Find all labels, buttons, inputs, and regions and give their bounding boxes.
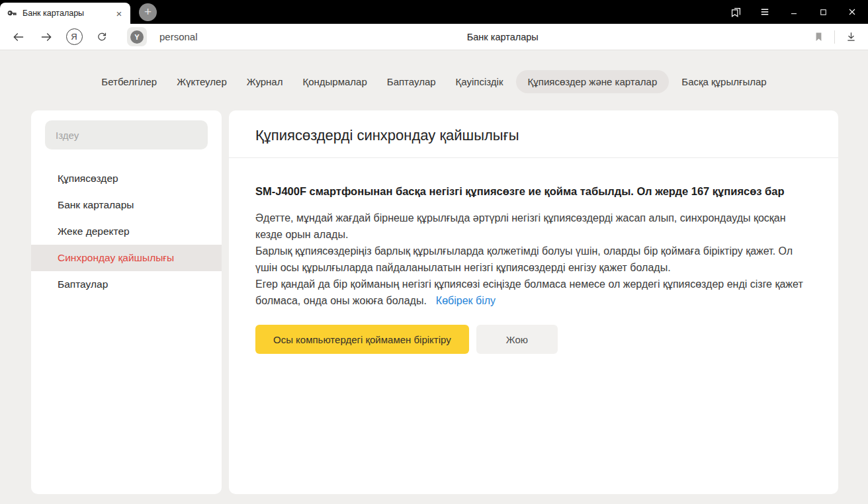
sidebar-list: Құпиясөздер Банк карталары Жеке деректер… xyxy=(31,165,222,298)
bookmark-flag-icon[interactable] xyxy=(808,26,829,48)
new-tab-button[interactable]: + xyxy=(139,3,157,21)
nav-item-downloads[interactable]: Жүктеулер xyxy=(169,70,234,93)
tab-bar: Банк карталары × + xyxy=(0,0,868,24)
action-buttons: Осы компьютердегі қоймамен біріктіру Жою xyxy=(255,325,812,354)
key-favicon-icon xyxy=(7,8,17,19)
settings-nav: Бетбелгілер Жүктеулер Журнал Қондырмалар… xyxy=(0,50,868,93)
toolbar: Я Y personal Банк карталары xyxy=(0,24,868,50)
profile-badge-icon[interactable]: Y xyxy=(127,27,147,46)
yandex-letter: Я xyxy=(66,28,83,45)
sidebar-item-passwords[interactable]: Құпиясөздер xyxy=(31,165,222,192)
conflict-paragraph: Егер қандай да бір қойманың негізгі құпи… xyxy=(255,276,812,309)
back-icon[interactable] xyxy=(8,26,29,48)
close-icon[interactable] xyxy=(838,0,867,24)
nav-item-settings[interactable]: Баптаулар xyxy=(380,70,443,93)
conflict-paragraph: Әдетте, мұндай жағдай бірнеше құрылғыда … xyxy=(255,210,812,243)
tab-title: Банк карталары xyxy=(22,9,113,18)
delete-button[interactable]: Жою xyxy=(476,325,558,354)
merge-storage-button[interactable]: Осы компьютердегі қоймамен біріктіру xyxy=(255,325,469,354)
nav-item-passwords-and-cards[interactable]: Құпиясөздер және карталар xyxy=(516,70,670,93)
tab-panels-icon[interactable] xyxy=(721,0,750,24)
main-panel: Құпиясөздерді синхрондау қайшылығы SM-J4… xyxy=(229,110,838,494)
window-bottom-edge xyxy=(0,494,868,498)
download-icon[interactable] xyxy=(840,26,861,48)
nav-item-extensions[interactable]: Қондырмалар xyxy=(295,70,374,93)
browser-tab[interactable]: Банк карталары × xyxy=(0,3,130,24)
tab-close-icon[interactable]: × xyxy=(113,7,125,19)
sidebar: Құпиясөздер Банк карталары Жеке деректер… xyxy=(31,110,222,494)
refresh-icon[interactable] xyxy=(91,26,112,48)
nav-item-security[interactable]: Қауіпсіздік xyxy=(449,70,511,93)
url-text[interactable]: personal xyxy=(159,31,198,42)
forward-icon[interactable] xyxy=(36,26,57,48)
conflict-title: SM-J400F смартфонынан басқа негізгі құпи… xyxy=(255,183,812,200)
sidebar-item-personal-data[interactable]: Жеке деректер xyxy=(31,218,222,245)
sidebar-item-sync-conflict[interactable]: Синхрондау қайшылығы xyxy=(31,245,222,271)
toolbar-divider xyxy=(834,30,835,44)
nav-item-other-devices[interactable]: Басқа құрылғылар xyxy=(674,70,773,93)
nav-item-bookmarks[interactable]: Бетбелгілер xyxy=(94,70,164,93)
sidebar-item-settings[interactable]: Баптаулар xyxy=(31,271,222,298)
window-controls xyxy=(721,0,867,24)
content-panels: Құпиясөздер Банк карталары Жеке деректер… xyxy=(31,110,838,494)
yandex-logo-icon[interactable]: Я xyxy=(64,26,85,48)
nav-item-history[interactable]: Журнал xyxy=(239,70,290,93)
maximize-icon[interactable] xyxy=(808,0,838,24)
learn-more-link[interactable]: Көбірек білу xyxy=(436,295,496,306)
conflict-paragraph-text: Егер қандай да бір қойманың негізгі құпи… xyxy=(255,278,803,306)
sidebar-item-bank-cards[interactable]: Банк карталары xyxy=(31,192,222,218)
profile-letter: Y xyxy=(130,30,144,44)
search-input[interactable] xyxy=(45,120,208,149)
hamburger-menu-icon[interactable] xyxy=(750,0,779,24)
conflict-paragraph: Барлық құпиясөздеріңіз барлық құрылғылар… xyxy=(255,243,812,276)
settings-page: Бетбелгілер Жүктеулер Журнал Қондырмалар… xyxy=(0,50,868,504)
minimize-icon[interactable] xyxy=(779,0,808,24)
page-title: Құпиясөздерді синхрондау қайшылығы xyxy=(229,110,838,144)
toolbar-page-title: Банк карталары xyxy=(198,32,808,42)
